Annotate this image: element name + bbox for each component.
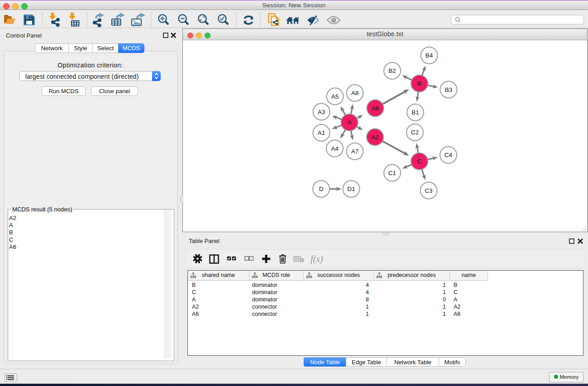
svg-text:A2: A2: [371, 134, 379, 141]
svg-text:A3: A3: [318, 109, 325, 115]
svg-text:B2: B2: [388, 67, 396, 74]
svg-text:A1: A1: [318, 129, 325, 136]
svg-text:B: B: [417, 80, 421, 87]
svg-text:A4: A4: [331, 145, 339, 152]
svg-text:A7: A7: [351, 148, 359, 155]
svg-text:C2: C2: [411, 129, 419, 136]
svg-text:B4: B4: [425, 52, 433, 59]
svg-text:A5: A5: [331, 93, 339, 100]
svg-text:D: D: [319, 186, 324, 192]
svg-text:C1: C1: [388, 170, 396, 176]
svg-text:D1: D1: [347, 186, 355, 192]
svg-text:A: A: [347, 119, 351, 126]
svg-text:C: C: [417, 158, 422, 165]
svg-text:B3: B3: [445, 86, 453, 93]
svg-text:B1: B1: [411, 109, 419, 116]
svg-text:C4: C4: [445, 152, 453, 158]
svg-text:A6: A6: [372, 105, 379, 112]
svg-text:A8: A8: [351, 90, 359, 96]
svg-text:C3: C3: [425, 187, 432, 194]
